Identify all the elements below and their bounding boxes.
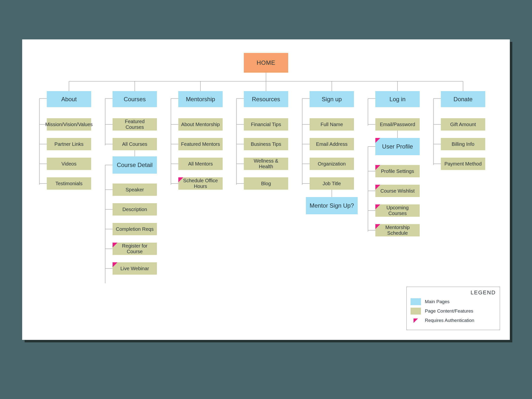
legend-box: LEGEND Main Pages Page Content/Features …	[406, 287, 500, 330]
legend-row-auth: Requires Authentication	[411, 317, 496, 324]
auth-flag-icon	[178, 177, 183, 182]
node-payment-method: Payment Method	[441, 158, 485, 170]
node-mentor-signup: Mentor Sign Up?	[306, 197, 358, 214]
node-user-profile: User Profile	[375, 138, 420, 155]
node-course-detail: Course Detail	[113, 156, 157, 174]
node-completion-reqs: Completion Reqs	[113, 223, 157, 235]
auth-flag-icon	[375, 138, 380, 143]
node-label: Course Wishlist	[381, 188, 415, 194]
legend-label: Page Content/Features	[425, 308, 473, 314]
node-label: Schedule Office Hours	[181, 178, 220, 189]
auth-flag-icon	[113, 262, 117, 267]
node-live-webinar: Live Webinar	[113, 262, 157, 275]
legend-title: LEGEND	[411, 289, 496, 296]
node-all-mentors: All Mentors	[178, 158, 223, 170]
node-label: Live Webinar	[120, 266, 149, 271]
node-schedule-office-hours: Schedule Office Hours	[178, 177, 223, 190]
node-courses: Courses	[113, 91, 157, 107]
node-donate: Donate	[441, 91, 485, 107]
node-home: HOME	[244, 53, 288, 73]
node-label: Mentorship Schedule	[378, 225, 417, 236]
node-blog: Blog	[244, 177, 288, 190]
node-mentorship-schedule: Mentorship Schedule	[375, 224, 420, 236]
legend-swatch-feature	[411, 308, 421, 315]
node-organization: Organization	[310, 158, 354, 170]
node-job-title: Job Title	[310, 177, 354, 190]
node-label: Profile Settings	[381, 168, 414, 174]
node-course-wishlist: Course Wishlist	[375, 185, 420, 197]
node-mentorship: Mentorship	[178, 91, 223, 107]
node-signup: Sign up	[310, 91, 354, 107]
node-wellness-health: Wellness & Health	[244, 158, 288, 170]
node-upcoming-courses: Upcoming Courses	[375, 204, 420, 217]
node-label: User Profile	[382, 143, 413, 150]
legend-row-main: Main Pages	[411, 298, 496, 305]
node-featured-mentors: Featured Mentors	[178, 138, 223, 150]
legend-label: Requires Authentication	[425, 318, 474, 323]
node-about-mentorship: About Mentorship	[178, 118, 223, 131]
node-label: Upcoming Courses	[378, 205, 417, 216]
node-label: Register for Course	[115, 243, 154, 254]
node-mission: Mission/Vision/Values	[47, 118, 91, 131]
node-testimonials: Testimonials	[47, 177, 91, 190]
legend-swatch-auth-icon	[411, 317, 421, 324]
node-gift-amount: Gift Amount	[441, 118, 485, 131]
auth-flag-icon	[113, 243, 117, 248]
node-speaker: Speaker	[113, 183, 157, 196]
node-email-address: Email Address	[310, 138, 354, 150]
auth-flag-icon	[375, 204, 380, 209]
auth-flag-icon	[375, 224, 380, 229]
node-business-tips: Business Tips	[244, 138, 288, 150]
node-billing-info: Billing Info	[441, 138, 485, 150]
node-all-courses: All Courses	[113, 138, 157, 150]
node-register-course: Register for Course	[113, 243, 157, 255]
node-about: About	[47, 91, 91, 107]
auth-flag-icon	[375, 185, 380, 190]
node-videos: Videos	[47, 158, 91, 170]
legend-label: Main Pages	[425, 299, 449, 304]
node-partner-links: Partner Links	[47, 138, 91, 150]
node-email-password: Email/Password	[375, 118, 420, 131]
node-resources: Resources	[244, 91, 288, 107]
node-featured-courses: Featured Courses	[113, 118, 157, 131]
node-full-name: Full Name	[310, 118, 354, 131]
node-profile-settings: Profile Settings	[375, 165, 420, 177]
node-description: Description	[113, 203, 157, 216]
sitemap-canvas: HOME About Mission/Vision/Values Partner…	[22, 39, 510, 340]
auth-flag-icon	[375, 165, 380, 170]
node-login: Log in	[375, 91, 420, 107]
legend-row-feature: Page Content/Features	[411, 308, 496, 315]
legend-swatch-main	[411, 298, 421, 305]
node-financial-tips: Financial Tips	[244, 118, 288, 131]
